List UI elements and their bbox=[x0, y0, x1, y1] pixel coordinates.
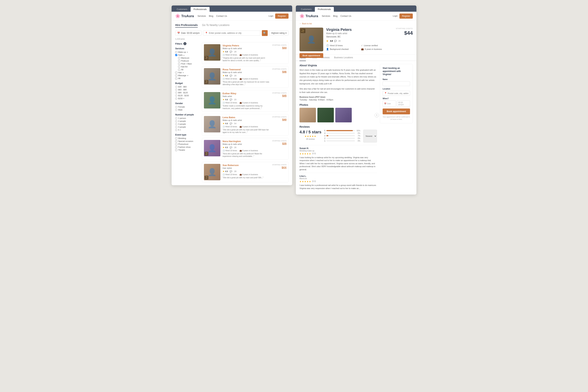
widget-location-input[interactable] bbox=[388, 92, 408, 94]
filter-hair[interactable]: Hair ▾ bbox=[175, 72, 199, 74]
listing-name-1[interactable]: Virginia Peters bbox=[222, 44, 270, 47]
event-photoshoot[interactable]: Photoshoot bbox=[175, 143, 199, 145]
event-theatre[interactable]: Theatre bbox=[175, 149, 199, 151]
budget-150-plus[interactable]: $150 + bbox=[175, 97, 199, 100]
people-3[interactable]: 3 people bbox=[175, 123, 199, 125]
listing-meta-2: ★ 4.6 💬 28 bbox=[222, 74, 270, 77]
hired-stat-label: Hired 10 times bbox=[330, 44, 343, 46]
results-count: 1,210 pros bbox=[175, 38, 288, 40]
price-value-5[interactable]: $35 bbox=[272, 142, 286, 145]
listing-card-2: 👤 TopPro Rosa Townsend Make-up & nails a… bbox=[202, 66, 288, 88]
people-4[interactable]: 4 people bbox=[175, 126, 199, 128]
bar-label-1: 1 bbox=[324, 140, 326, 142]
nav-blog-left[interactable]: Blog bbox=[209, 15, 213, 17]
gender-female[interactable]: Female bbox=[175, 106, 199, 108]
rating-2: 4.6 bbox=[225, 74, 228, 77]
price-value-6[interactable]: $XX bbox=[272, 166, 286, 169]
profile-photo-wrapper: 👤 TopPro Book appointment bbox=[300, 28, 323, 51]
nav-contact-right[interactable]: Contact Us bbox=[340, 15, 351, 17]
filter-nails-label: Nails bbox=[178, 54, 182, 56]
budget-60-90[interactable]: $60 - $90 bbox=[175, 88, 199, 91]
gender-male[interactable]: Male bbox=[175, 109, 199, 111]
listing-title-2: Make-up & nails artist bbox=[222, 71, 270, 74]
filter-pedi-mani[interactable]: Pedi + Mani bbox=[178, 63, 199, 65]
listing-name-2[interactable]: Rosa Townsend bbox=[222, 68, 270, 71]
nav-services-right[interactable]: Services bbox=[322, 15, 330, 17]
book-appointment-btn-widget[interactable]: Book appointment bbox=[382, 108, 410, 114]
filter-all[interactable]: All bbox=[175, 77, 199, 80]
widget-location-wrapper[interactable]: 📍 bbox=[382, 91, 410, 96]
reviews-sort-dropdown[interactable]: Newest bbox=[363, 130, 377, 142]
nav-links-left: Services Blog Contact Us bbox=[198, 15, 227, 17]
budget-120-150[interactable]: $120 - $150 bbox=[175, 94, 199, 97]
event-wedding[interactable]: Wedding bbox=[175, 137, 199, 139]
bar-track-1 bbox=[326, 140, 355, 142]
listing-quote-6: "She did a great job with my mani and pe… bbox=[222, 176, 270, 179]
listing-info-4: Lena Bates Make-up & nails artist ★4.6 💬… bbox=[222, 116, 270, 134]
widget-time-field[interactable]: 00:00 am/pm bbox=[397, 100, 410, 107]
tab-business-locations[interactable]: Business Locations bbox=[334, 54, 353, 61]
back-link[interactable]: ← Back to list bbox=[300, 21, 413, 26]
listing-name-4[interactable]: Lena Bates bbox=[222, 116, 270, 119]
filter-makeup-check[interactable] bbox=[175, 51, 177, 53]
filter-massage[interactable]: Massage ▾ bbox=[175, 74, 199, 76]
people-2[interactable]: 2 people bbox=[175, 120, 199, 122]
sort-select[interactable]: Highest rating ▾ bbox=[269, 30, 288, 36]
location-input[interactable] bbox=[209, 32, 258, 34]
price-value-1[interactable]: $44 bbox=[272, 46, 286, 49]
listing-name-6[interactable]: Sue Roberson bbox=[222, 164, 270, 166]
filter-event-type: Event type Wedding Special occasion Phot… bbox=[175, 134, 199, 151]
event-special[interactable]: Special occasion bbox=[175, 140, 199, 142]
widget-date-field[interactable]: 📅 Date bbox=[382, 100, 396, 107]
price-value-3[interactable]: $45 bbox=[272, 94, 286, 97]
listing-name-5[interactable]: Nora Harrington bbox=[222, 140, 270, 143]
listing-photo-5: 👤 TopPro bbox=[204, 140, 220, 156]
filter-pedicure[interactable]: Pedicure bbox=[178, 60, 199, 62]
register-btn-right[interactable]: Register bbox=[400, 14, 413, 19]
tab-professionals-right[interactable]: Professionals bbox=[315, 7, 334, 12]
about-para-2: She also has a flair for nail art and en… bbox=[300, 87, 377, 94]
filter-makeup[interactable]: Make-up ▾ bbox=[175, 51, 199, 53]
widget-calendar-icon: 📅 bbox=[384, 103, 386, 105]
tab-professionals-left[interactable]: Professionals bbox=[190, 7, 210, 12]
filter-manicure[interactable]: Manicure bbox=[178, 57, 199, 59]
location-input-wrapper[interactable]: 📍 bbox=[203, 30, 260, 36]
date-picker[interactable]: 📅 Date 00:00 am/pm bbox=[175, 30, 202, 36]
nav-services-left[interactable]: Services bbox=[198, 15, 206, 17]
login-btn-left[interactable]: Login bbox=[268, 15, 273, 17]
photo-2 bbox=[318, 108, 334, 122]
nav-blog-right[interactable]: Blog bbox=[333, 15, 338, 17]
widget-name-input[interactable] bbox=[382, 81, 410, 86]
review-total-count: 28 reviews bbox=[300, 138, 322, 140]
filter-nails[interactable]: Nails ▴ bbox=[175, 54, 199, 56]
listing-name-3[interactable]: Esther Riley bbox=[222, 92, 270, 95]
budget-30-60[interactable]: $30 - $60 bbox=[175, 86, 199, 88]
listing-price-4: STARTING COSTS $40 bbox=[272, 116, 286, 134]
filter-nails-all[interactable]: All bbox=[178, 68, 199, 71]
people-5plus[interactable]: 5 + bbox=[175, 129, 199, 131]
listing-meta-1: ★ 4.8 💬 28 bbox=[222, 50, 270, 53]
bar-track-2 bbox=[326, 138, 355, 139]
event-fashion[interactable]: Fashion show bbox=[175, 146, 199, 148]
price-value-2[interactable]: $46 bbox=[272, 70, 286, 73]
filter-nails-check[interactable] bbox=[175, 54, 177, 56]
budget-90-120[interactable]: $90 - $120 bbox=[175, 92, 199, 94]
nav-contact-left[interactable]: Contact Us bbox=[216, 15, 227, 17]
search-button[interactable]: 🔍 bbox=[262, 30, 268, 36]
reviewer-name-1: Susan H. bbox=[300, 147, 377, 150]
profile-body: About Virginia She's been in the make-up… bbox=[296, 61, 416, 194]
people-1[interactable]: 1 person bbox=[175, 117, 199, 119]
photos-next-btn[interactable]: › bbox=[375, 113, 379, 117]
register-btn-left[interactable]: Register bbox=[275, 14, 288, 19]
login-btn-right[interactable]: Login bbox=[393, 15, 398, 17]
hire-professionals-tab[interactable]: Hire Professionals bbox=[175, 24, 198, 28]
price-value-4[interactable]: $40 bbox=[272, 118, 286, 121]
book-appointment-btn-header[interactable]: Book appointment bbox=[300, 53, 323, 58]
tab-customers-right[interactable]: Customers bbox=[298, 7, 314, 12]
tab-customers[interactable]: Customers bbox=[174, 7, 190, 12]
nearby-locations-tab[interactable]: Go To Nearby Locations bbox=[202, 24, 230, 28]
photo-3 bbox=[335, 108, 352, 122]
listing-photo-3: 👤 bbox=[204, 92, 220, 108]
bar-2: 2 0% bbox=[324, 137, 360, 139]
filter-nail-art[interactable]: Nail Art bbox=[178, 66, 199, 68]
